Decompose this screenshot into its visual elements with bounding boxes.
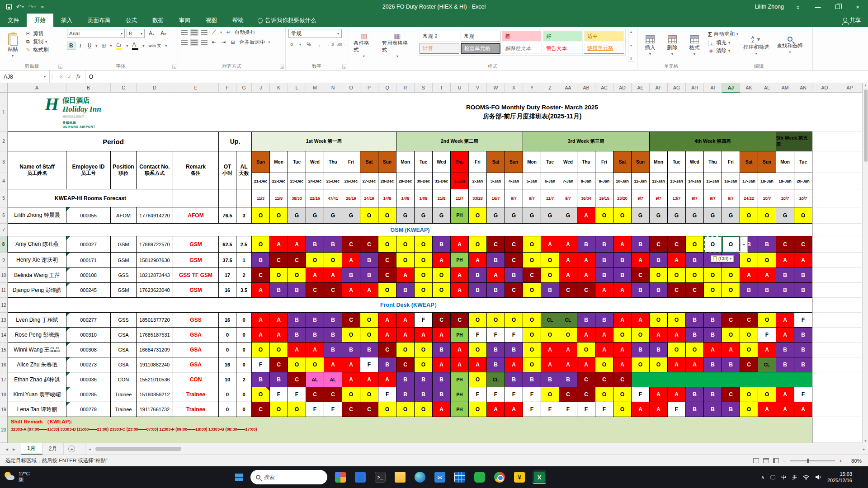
shift-cell[interactable]: A [324,357,342,372]
shift-cell[interactable]: B [595,253,613,268]
shift-cell[interactable]: C [324,387,342,402]
number-dialog-launcher[interactable]: ↘ [342,65,346,69]
insert-function-icon[interactable]: fx [76,73,80,80]
copy-button[interactable]: ⧉复制▾ [25,38,49,45]
contact-cell[interactable]: 19110882240 [137,357,173,372]
shift-cell[interactable]: F [559,402,577,417]
shift-cell[interactable]: B [650,253,668,268]
shift-cell[interactable]: AL [324,372,342,387]
shift-cell[interactable]: O [378,207,396,224]
shift-cell[interactable]: A [668,328,686,343]
shift-cell[interactable]: A [776,387,794,402]
shift-cell[interactable]: A [668,387,686,402]
shift-cell[interactable]: O [396,253,415,268]
shift-cell[interactable]: B [415,372,433,387]
row-header-13[interactable]: 13 [0,313,8,328]
restore-button[interactable] [832,4,844,10]
shift-cell[interactable]: A [415,328,433,343]
shift-cell[interactable]: C [577,283,595,298]
cell[interactable] [837,253,863,268]
ot-cell[interactable]: 0 [219,343,236,357]
col-header-AP[interactable]: AP [837,83,863,93]
employee-id-cell[interactable]: 000027 [66,236,111,253]
shift-cell[interactable]: O [650,313,668,328]
shift-cell[interactable]: O [704,268,722,283]
shift-cell[interactable]: O [360,207,378,224]
al-cell[interactable]: 2.5 [236,236,252,253]
shift-cell[interactable]: A [270,313,288,328]
shift-cell[interactable]: O [270,343,288,357]
shift-cell[interactable]: O [360,387,378,402]
shift-cell[interactable]: CL [758,357,776,372]
shift-cell[interactable]: O [686,236,704,253]
ot-cell[interactable]: 10 [219,372,236,387]
employee-id-cell[interactable]: 000108 [66,268,111,283]
shift-cell[interactable]: PH [451,387,469,402]
shift-cell[interactable]: A [559,357,577,372]
shift-cell[interactable]: O [415,253,433,268]
shift-cell[interactable]: B [433,387,451,402]
position-cell[interactable]: GSS [111,268,137,283]
shift-cell[interactable]: B [686,387,704,402]
contact-cell[interactable]: 18212873443 [137,268,173,283]
shift-cell[interactable]: C [270,253,288,268]
shift-cell[interactable]: C [378,343,396,357]
shift-cell[interactable]: G [704,207,722,224]
sheet-nav-right-icon[interactable]: ▸ [13,446,15,452]
shift-cell[interactable]: A [270,236,288,253]
shift-cell[interactable]: A [451,236,469,253]
format-painter-button[interactable]: ✎格式刷 [25,47,49,53]
shift-cell[interactable]: C [378,268,396,283]
shift-cell[interactable]: A [469,357,487,372]
position-cell[interactable]: CON [111,372,137,387]
remark-cell[interactable]: GSM [173,236,219,253]
shift-cell[interactable]: A [324,268,342,283]
shift-cell[interactable]: G [415,207,433,224]
shift-cell[interactable]: B [505,372,523,387]
shift-cell[interactable]: F [487,328,505,343]
shift-cell[interactable]: O [740,387,758,402]
employee-id-cell[interactable]: 000277 [66,313,111,328]
shift-cell[interactable]: B [650,283,668,298]
shift-cell[interactable]: O [704,236,722,253]
shift-cell[interactable]: A [342,357,360,372]
shift-cell[interactable]: A [595,283,613,298]
merge-center-button[interactable]: 合并后居中 [239,39,265,46]
position-cell[interactable]: Trainee [111,387,137,402]
shift-cell[interactable]: B [776,283,794,298]
cell[interactable] [837,283,863,298]
shift-cell[interactable]: O [288,402,306,417]
shift-cell[interactable]: A [632,253,650,268]
col-header-J[interactable]: J [252,83,270,93]
network-icon[interactable] [803,474,809,480]
shift-cell[interactable]: O [722,268,740,283]
shift-cell[interactable]: C [360,236,378,253]
close-button[interactable]: × [852,4,863,10]
shift-cell[interactable]: F [415,313,433,328]
col-header-AJ[interactable]: AJ [722,83,740,93]
shift-cell[interactable]: A [396,268,415,283]
row-header-18[interactable]: 18 [0,387,8,402]
staff-name-cell[interactable]: Django Peng 彭琨皓 [8,283,66,298]
col-header-AK[interactable]: AK [740,83,758,93]
shift-cell[interactable]: C [523,268,541,283]
staff-name-cell[interactable]: Henry Xie 谢沃明 [8,253,66,268]
cell[interactable] [837,236,863,253]
shift-cell[interactable]: B [794,328,812,343]
shift-cell[interactable]: B [342,268,360,283]
cell[interactable] [837,328,863,343]
cancel-icon[interactable]: × [60,74,63,80]
col-header-AE[interactable]: AE [632,83,650,93]
font-size-select[interactable]: 8▾ [127,29,145,38]
shift-cell[interactable]: O [740,207,758,224]
shift-cell[interactable]: B [342,343,360,357]
fill-button[interactable]: ↓填充▾ [708,39,738,46]
row-header-17[interactable]: 17 [0,372,8,387]
shift-cell[interactable]: A [559,236,577,253]
shift-cell[interactable]: A [288,343,306,357]
shift-cell[interactable]: G [632,207,650,224]
shift-cell[interactable]: O [396,236,415,253]
shift-cell[interactable]: O [415,283,433,298]
shift-cell[interactable]: B [595,268,613,283]
shift-cell[interactable]: A [758,268,776,283]
